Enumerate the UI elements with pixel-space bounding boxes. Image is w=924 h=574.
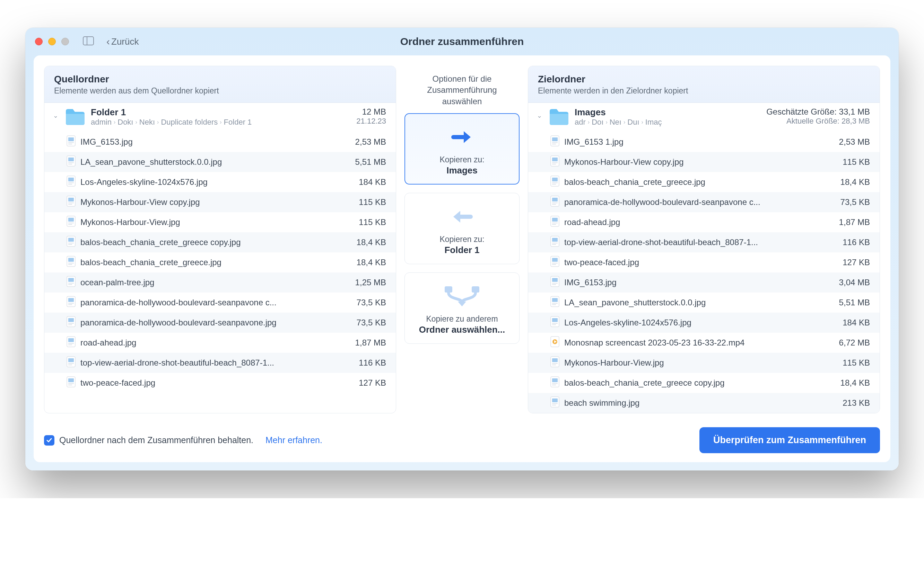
- merge-option-caption: Kopieren zu:: [411, 155, 513, 164]
- svg-rect-44: [68, 343, 74, 344]
- back-button-label: Zurück: [111, 36, 139, 47]
- svg-rect-20: [68, 222, 74, 223]
- file-row[interactable]: beach swimming.jpg213 KB: [528, 393, 880, 413]
- svg-rect-39: [68, 318, 74, 322]
- file-row[interactable]: road-ahead.jpg1,87 MB: [528, 212, 880, 232]
- zoom-window-button[interactable]: [61, 38, 69, 45]
- file-row[interactable]: balos-beach_chania_crete_greece.jpg18,4 …: [528, 172, 880, 192]
- target-panel-body: ⌄ Images adr›Doı›Neı›Duı›Imaç Geschätzte…: [528, 103, 880, 413]
- file-row[interactable]: Los-Angeles-skyline-1024x576.jpg184 KB: [528, 312, 880, 333]
- source-panel-subtitle: Elemente werden aus dem Quellordner kopi…: [54, 86, 386, 96]
- merge-option-target: Images: [411, 165, 513, 176]
- svg-rect-59: [552, 144, 556, 144]
- file-size: 116 KB: [354, 358, 386, 367]
- svg-rect-37: [68, 304, 72, 305]
- file-row[interactable]: panoramica-de-hollywood-boulevard-seanpa…: [44, 293, 396, 312]
- merge-option-card[interactable]: Kopieren zu:Images: [405, 113, 519, 184]
- file-row[interactable]: top-view-aerial-drone-shot-beautiful-bea…: [528, 232, 880, 252]
- merge-option-target: Folder 1: [411, 245, 513, 255]
- file-row[interactable]: top-view-aerial-drone-shot-beautiful-bea…: [44, 353, 396, 373]
- arrow-right-icon: [411, 124, 513, 150]
- back-button[interactable]: ‹ Zurück: [106, 36, 139, 47]
- file-size: 115 KB: [354, 218, 386, 227]
- svg-rect-52: [68, 383, 74, 384]
- document-icon: [66, 276, 76, 289]
- file-row[interactable]: IMG_6153 1.jpg2,53 MB: [528, 132, 880, 152]
- target-folder-row[interactable]: ⌄ Images adr›Doı›Neı›Duı›Imaç Geschätzte…: [528, 103, 880, 132]
- chevron-down-icon[interactable]: ⌄: [535, 112, 543, 120]
- file-row[interactable]: IMG_6153.jpg2,53 MB: [44, 132, 396, 152]
- svg-rect-25: [68, 244, 72, 245]
- breadcrumb-segment: Nekı: [139, 118, 155, 127]
- svg-rect-100: [552, 363, 558, 364]
- svg-rect-11: [68, 178, 74, 181]
- svg-rect-85: [552, 278, 558, 282]
- file-size: 1,25 MB: [351, 278, 386, 287]
- file-row[interactable]: balos-beach_chania_crete_greece copy.jpg…: [528, 373, 880, 393]
- target-panel-header: Zielordner Elemente werden in den Zielor…: [528, 66, 880, 103]
- file-row[interactable]: road-ahead.jpg1,87 MB: [44, 333, 396, 353]
- document-icon: [66, 296, 76, 309]
- svg-rect-77: [552, 238, 558, 242]
- file-row[interactable]: balos-beach_chania_crete_greece copy.jpg…: [44, 232, 396, 252]
- svg-rect-95: [552, 324, 556, 325]
- chevron-right-icon: ›: [623, 119, 625, 125]
- file-row[interactable]: LA_sean_pavone_shutterstock.0.0.jpg5,51 …: [528, 293, 880, 312]
- minimize-window-button[interactable]: [48, 38, 56, 45]
- svg-rect-41: [68, 324, 72, 325]
- review-merge-button[interactable]: Überprüfen zum Zusammenführen: [699, 427, 880, 453]
- file-name: balos-beach_chania_crete_greece copy.jpg: [81, 238, 348, 247]
- app-window: ‹ Zurück Ordner zusammenführen Quellordn…: [25, 28, 899, 470]
- file-row[interactable]: Mykonos-Harbour-View.jpg115 KB: [44, 212, 396, 232]
- svg-rect-8: [68, 162, 74, 163]
- chevron-down-icon[interactable]: ⌄: [51, 112, 60, 120]
- close-window-button[interactable]: [35, 38, 43, 45]
- file-row[interactable]: Mykonos-Harbour-View copy.jpg115 KB: [528, 152, 880, 172]
- source-folder-name: Folder 1: [91, 107, 351, 118]
- breadcrumb-segment: Doı: [592, 118, 603, 127]
- file-row[interactable]: two-peace-faced.jpg127 KB: [44, 373, 396, 393]
- file-name: balos-beach_chania_crete_greece copy.jpg: [564, 378, 831, 388]
- svg-rect-62: [552, 162, 558, 163]
- file-size: 127 KB: [354, 378, 386, 388]
- file-row[interactable]: IMG_6153.jpg3,04 MB: [528, 273, 880, 293]
- breadcrumb-segment: Duplicate folders: [161, 118, 218, 127]
- svg-rect-65: [552, 178, 558, 181]
- merge-option-card[interactable]: Kopieren zu:Folder 1: [405, 193, 519, 264]
- file-size: 184 KB: [839, 318, 870, 328]
- document-icon: [551, 216, 559, 229]
- file-size: 73,5 KB: [353, 318, 386, 328]
- svg-rect-79: [552, 244, 556, 245]
- file-row[interactable]: Mykonos-Harbour-View.jpg115 KB: [528, 353, 880, 373]
- file-row[interactable]: balos-beach_chania_crete_greece.jpg18,4 …: [44, 252, 396, 273]
- merge-options-caption: Optionen für die Zusammenführung auswähl…: [405, 66, 519, 113]
- keep-source-checkbox[interactable]: [44, 435, 54, 446]
- sidebar-toggle-icon[interactable]: [83, 36, 94, 47]
- file-row[interactable]: panoramica-de-hollywood-boulevard-seanpa…: [528, 192, 880, 212]
- file-row[interactable]: LA_sean_pavone_shutterstock.0.0.jpg5,51 …: [44, 152, 396, 172]
- file-name: panoramica-de-hollywood-boulevard-seanpa…: [81, 298, 348, 308]
- svg-rect-63: [552, 164, 556, 164]
- svg-rect-67: [552, 184, 556, 184]
- target-panel-title: Zielordner: [538, 74, 870, 85]
- target-panel-subtitle: Elemente werden in den Zielordner kopier…: [538, 86, 870, 96]
- learn-more-link[interactable]: Mehr erfahren.: [266, 435, 322, 445]
- source-folder-row[interactable]: ⌄ Folder 1 admin›Dokı›Nekı›Duplicate fol…: [44, 103, 396, 132]
- file-row[interactable]: Mykonos-Harbour-View copy.jpg115 KB: [44, 192, 396, 212]
- file-row[interactable]: Monosnap screencast 2023-05-23 16-33-22.…: [528, 333, 880, 353]
- file-row[interactable]: two-peace-faced.jpg127 KB: [528, 252, 880, 273]
- document-icon: [551, 196, 559, 209]
- merge-option-card[interactable]: Kopiere zu anderemOrdner auswählen...: [405, 273, 519, 344]
- file-row[interactable]: Los-Angeles-skyline-1024x576.jpg184 KB: [44, 172, 396, 192]
- document-icon: [551, 236, 559, 249]
- svg-rect-73: [552, 218, 558, 222]
- file-size: 73,5 KB: [353, 298, 386, 308]
- svg-rect-49: [68, 364, 72, 365]
- svg-rect-4: [68, 142, 74, 143]
- merge-options-column: Optionen für die Zusammenführung auswähl…: [403, 66, 521, 413]
- file-row[interactable]: ocean-palm-tree.jpg1,25 MB: [44, 273, 396, 293]
- svg-rect-61: [552, 158, 558, 161]
- file-row[interactable]: panoramica-de-hollywood-boulevard-seanpa…: [44, 312, 396, 333]
- footer: Quellordner nach dem Zusammenführen beha…: [44, 427, 880, 453]
- svg-rect-66: [552, 183, 558, 183]
